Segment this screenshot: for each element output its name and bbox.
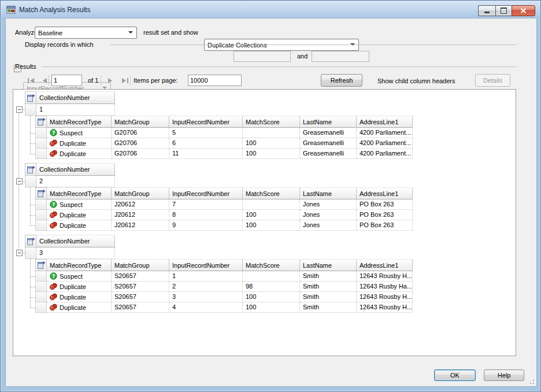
close-button[interactable] [512, 5, 535, 16]
maximize-button[interactable] [495, 5, 512, 16]
last-name-cell: Jones [300, 220, 357, 231]
group-column-header: CollectionNumber [36, 163, 115, 176]
record-type-icon [50, 283, 57, 290]
row-leader[interactable] [35, 210, 47, 220]
input-record-number-cell: 7 [169, 199, 243, 210]
record-type-label: Duplicate [60, 150, 86, 157]
collapse-toggle-icon[interactable] [16, 250, 23, 256]
last-name-cell: Jones [300, 199, 357, 210]
collapse-toggle-icon[interactable] [16, 106, 23, 113]
record-type-icon: ? [50, 272, 57, 280]
last-name-cell: Jones [300, 210, 357, 220]
match-record-type-cell: Duplicate [47, 149, 112, 159]
row-leader[interactable] [35, 271, 47, 282]
record-row[interactable]: Duplicate S20657 2 98 Smith 12643 Rusby … [35, 282, 516, 292]
address-line1-cell: PO Box 263 [357, 199, 413, 210]
row-leader[interactable] [35, 138, 47, 149]
match-group-cell: J20612 [112, 199, 169, 210]
results-grid-panel: CollectionNumber 1 MatchRecordType Match… [13, 89, 516, 356]
resize-grip[interactable] [528, 378, 535, 384]
row-leader[interactable] [35, 292, 47, 302]
match-record-type-cell: Duplicate [47, 292, 112, 302]
record-type-label: Suspect [60, 201, 83, 208]
row-leader[interactable] [35, 199, 47, 210]
dialog-window: Match Analysis Results Analyze Baseline … [0, 0, 541, 392]
column-header: LastName [300, 116, 357, 128]
column-header: AddressLine1 [357, 187, 413, 199]
last-name-cell: Smith [300, 282, 357, 292]
ok-button-label: OK [450, 372, 460, 379]
input-record-number-cell: 2 [169, 282, 243, 292]
record-type-icon [50, 150, 57, 157]
window-title: Match Analysis Results [19, 6, 90, 14]
collection-number-cell[interactable]: 1 [36, 104, 115, 116]
row-leader[interactable] [35, 302, 47, 313]
row-leader[interactable] [25, 247, 36, 259]
record-type-label: Duplicate [60, 294, 86, 301]
record-row[interactable]: Duplicate G20706 11 100 Greasemanelli 42… [35, 149, 516, 159]
svg-text:?: ? [52, 130, 55, 136]
record-row[interactable]: Duplicate S20657 3 100 Smith 12643 Rousb… [35, 292, 516, 302]
items-per-page-input[interactable] [188, 75, 242, 86]
page-number-input[interactable] [51, 75, 82, 86]
record-row[interactable]: Duplicate J20612 9 100 Jones PO Box 263 [35, 220, 516, 231]
collection-group: CollectionNumber 1 MatchRecordType Match… [14, 91, 516, 159]
row-leader[interactable] [25, 104, 36, 116]
analyze-result-set-combobox[interactable]: Baseline [35, 27, 137, 39]
record-type-icon [50, 139, 57, 147]
minimize-button[interactable] [478, 5, 495, 16]
record-row[interactable]: ? Suspect G20706 5 Greasemanelli 4200 Pa… [35, 128, 516, 138]
band-icon [35, 187, 47, 199]
record-row[interactable]: Duplicate S20657 4 100 Smith 12643 Rousb… [35, 302, 516, 313]
last-name-cell: Greasemanelli [300, 128, 357, 138]
refresh-button[interactable]: Refresh [321, 74, 362, 87]
toolbar-divider [49, 75, 49, 86]
record-type-label: Suspect [60, 273, 83, 280]
match-group-cell: S20657 [112, 302, 169, 313]
match-group-cell: J20612 [112, 220, 169, 231]
match-score-cell: 100 [243, 149, 300, 159]
first-page-button [25, 75, 38, 86]
match-record-type-cell: ? Suspect [47, 271, 112, 282]
filter-value2-field [312, 51, 369, 62]
record-row[interactable]: ? Suspect J20612 7 Jones PO Box 263 [35, 199, 516, 210]
column-header: InputRecordNumber [169, 259, 243, 271]
row-leader[interactable] [35, 128, 47, 138]
next-page-button [104, 75, 117, 86]
collection-number-cell[interactable]: 3 [36, 247, 115, 259]
title-bar[interactable]: Match Analysis Results [1, 1, 540, 18]
record-row[interactable]: Duplicate J20612 8 100 Jones PO Box 263 [35, 210, 516, 220]
record-row[interactable]: ? Suspect S20657 1 Smith 12643 Rousby H.… [35, 271, 516, 282]
input-record-number-cell: 4 [169, 302, 243, 313]
input-record-number-cell: 11 [169, 149, 243, 159]
ok-button[interactable]: OK [434, 369, 476, 381]
filter-value1-field [234, 51, 291, 62]
input-record-number-cell: 5 [169, 128, 243, 138]
collapse-toggle-icon[interactable] [16, 178, 23, 184]
record-type-icon [50, 293, 57, 301]
help-button[interactable]: Help [484, 369, 524, 381]
record-type-label: Duplicate [60, 140, 86, 147]
match-record-type-cell: Duplicate [47, 282, 112, 292]
last-name-cell: Smith [300, 271, 357, 282]
band-icon [35, 116, 47, 128]
row-leader[interactable] [35, 282, 47, 292]
svg-text:?: ? [52, 202, 55, 208]
group-column-header: CollectionNumber [36, 91, 115, 104]
column-header: MatchRecordType [47, 187, 112, 199]
collection-number-cell[interactable]: 2 [36, 176, 115, 187]
column-header: AddressLine1 [357, 116, 413, 128]
match-record-type-cell: Duplicate [47, 210, 112, 220]
match-score-cell [243, 199, 300, 210]
address-line1-cell: 12643 Rusby Ha... [357, 282, 413, 292]
row-leader[interactable] [25, 176, 36, 187]
match-score-cell: 100 [243, 210, 300, 220]
record-type-icon [50, 221, 57, 229]
record-row[interactable]: Duplicate G20706 6 100 Greasemanelli 420… [35, 138, 516, 149]
band-icon [25, 235, 36, 247]
address-line1-cell: 12643 Rousby H... [357, 292, 413, 302]
input-record-number-cell: 6 [169, 138, 243, 149]
row-leader[interactable] [35, 220, 47, 231]
result-set-and-show-label: result set and show [143, 29, 198, 36]
row-leader[interactable] [35, 149, 47, 159]
